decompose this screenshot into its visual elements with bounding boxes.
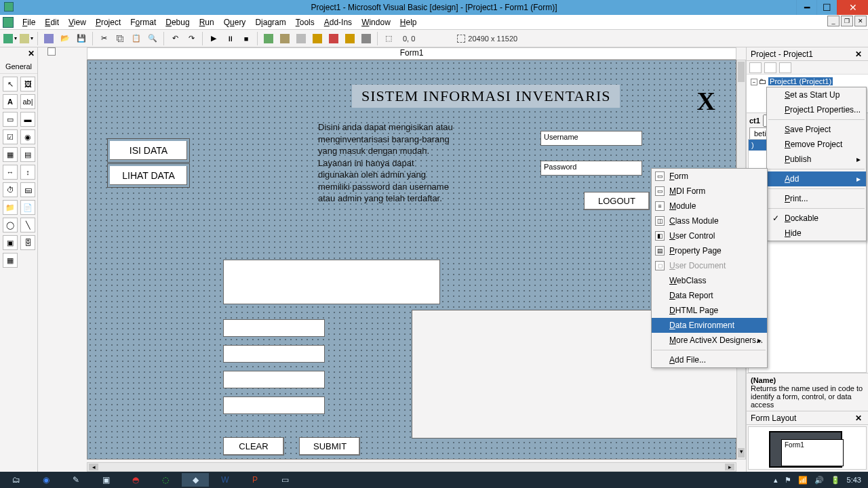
data-tool[interactable]: 🗄: [20, 235, 35, 250]
menu-item[interactable]: Data Environment: [652, 318, 767, 333]
menu-item[interactable]: Add File...: [652, 352, 767, 367]
tray-up-icon[interactable]: ▴: [774, 476, 778, 485]
tray-battery-icon[interactable]: 🔋: [831, 476, 840, 485]
clear-button[interactable]: CLEAR: [223, 437, 284, 455]
add-form-button[interactable]: [19, 31, 34, 46]
textbox-large[interactable]: [223, 260, 440, 304]
object-browser-button[interactable]: [310, 31, 325, 46]
form-layout-header[interactable]: Form Layout ✕: [747, 411, 868, 425]
line-tool[interactable]: ╲: [20, 218, 35, 232]
redo-button[interactable]: ↷: [184, 31, 199, 46]
title-label[interactable]: SISTEM INFORMASI INVENTARIS: [352, 85, 620, 108]
menu-help[interactable]: Help: [395, 16, 422, 29]
taskbar-app2-icon[interactable]: ▣: [92, 473, 119, 487]
close-x-label[interactable]: X: [697, 86, 715, 116]
textbox-2[interactable]: [223, 345, 325, 363]
menu-edit[interactable]: Edit: [40, 16, 64, 29]
pointer-tool[interactable]: ↖: [3, 77, 18, 92]
undo-button[interactable]: ↶: [167, 31, 182, 46]
menu-query[interactable]: Query: [219, 16, 251, 29]
project-explorer-button[interactable]: [261, 31, 276, 46]
menu-format[interactable]: Format: [125, 16, 161, 29]
label-tool[interactable]: A: [3, 94, 18, 109]
menu-file[interactable]: File: [18, 16, 40, 29]
toggle-folders-button[interactable]: [779, 62, 791, 73]
menu-diagram[interactable]: Diagram: [250, 16, 290, 29]
menu-addins[interactable]: Add-Ins: [319, 16, 357, 29]
textbox-tool[interactable]: ab|: [20, 94, 35, 109]
tray-clock[interactable]: 5:43: [847, 476, 861, 484]
taskbar-vb-icon[interactable]: ◆: [182, 473, 209, 487]
form-layout-button[interactable]: [294, 31, 309, 46]
combobox-tool[interactable]: ▦: [3, 147, 18, 162]
taskbar-explorer-icon[interactable]: 🗂: [3, 473, 30, 487]
lihat-data-button[interactable]: LIHAT DATA: [108, 164, 189, 187]
username-textbox[interactable]: Username: [540, 131, 642, 146]
menu-item[interactable]: ▭MDI Form: [652, 184, 767, 199]
menu-item[interactable]: Print...: [767, 191, 866, 206]
mdi-minimize-button[interactable]: _: [827, 16, 840, 26]
form-selector-handle[interactable]: [47, 47, 56, 56]
add-submenu[interactable]: ▭Form▭MDI Form≡Module◫Class Module◧User …: [651, 168, 768, 368]
textbox-4[interactable]: [223, 396, 325, 414]
menu-item[interactable]: Project1 Properties...: [767, 102, 866, 117]
listbox-tool[interactable]: ▤: [20, 147, 35, 162]
form-layout-close-button[interactable]: ✕: [853, 413, 864, 423]
picturebox-tool[interactable]: 🖼: [20, 77, 35, 92]
taskbar-word-icon[interactable]: W: [212, 473, 239, 487]
filelistbox-tool[interactable]: 📄: [20, 200, 35, 215]
menu-item[interactable]: Publish: [767, 152, 866, 167]
dirlistbox-tool[interactable]: 📁: [3, 200, 18, 215]
vcm-button[interactable]: [359, 31, 374, 46]
form-designer[interactable]: Form1 SISTEM INFORMASI INVENTARIS X ISI …: [38, 47, 746, 472]
textbox-1[interactable]: [223, 319, 325, 337]
menu-item[interactable]: Data Report: [652, 288, 767, 303]
break-button[interactable]: ⏸: [222, 31, 237, 46]
project-context-menu[interactable]: Set as Start UpProject1 Properties...Sav…: [766, 87, 867, 241]
taskbar-app3-icon[interactable]: ◓: [122, 473, 149, 487]
menubar[interactable]: File Edit View Project Format Debug Run …: [0, 15, 868, 30]
view-object-button[interactable]: [764, 62, 776, 73]
menu-item[interactable]: ▤Property Page: [652, 243, 767, 258]
taskbar-window-icon[interactable]: ▭: [271, 473, 298, 487]
frame-tool[interactable]: ▭: [3, 112, 18, 127]
taskbar-chrome-icon[interactable]: ◉: [33, 473, 60, 487]
find-button[interactable]: 🔍: [145, 31, 160, 46]
cut-button[interactable]: ✂: [96, 31, 111, 46]
end-button[interactable]: ■: [239, 31, 254, 46]
data-view-button[interactable]: [342, 31, 357, 46]
menu-debug[interactable]: Debug: [161, 16, 194, 29]
form-hscrollbar[interactable]: ◂▸: [87, 462, 736, 472]
window-close-button[interactable]: ✕: [837, 0, 868, 15]
menu-view[interactable]: View: [64, 16, 91, 29]
menu-project[interactable]: Project: [91, 16, 125, 29]
drivelistbox-tool[interactable]: 🖴: [20, 182, 35, 197]
project-panel-close-button[interactable]: ✕: [853, 49, 864, 59]
commandbutton-tool[interactable]: ▬: [20, 112, 35, 127]
menu-window[interactable]: Window: [357, 16, 395, 29]
logout-button[interactable]: LOGOUT: [584, 192, 650, 210]
properties-window-button[interactable]: [277, 31, 292, 46]
menu-item[interactable]: Add: [767, 171, 866, 186]
hscrollbar-tool[interactable]: ↔: [3, 165, 18, 180]
checkbox-tool[interactable]: ☑: [3, 129, 18, 144]
menu-item[interactable]: ≡Module: [652, 199, 767, 214]
add-project-button[interactable]: [3, 31, 18, 46]
menu-item[interactable]: ▭Form: [652, 169, 767, 184]
menu-item[interactable]: WebClass: [652, 273, 767, 288]
menu-item[interactable]: More ActiveX Designers...: [652, 333, 767, 348]
password-textbox[interactable]: Password: [540, 161, 642, 176]
open-button[interactable]: 📂: [58, 31, 73, 46]
tray-volume-icon[interactable]: 🔊: [814, 476, 824, 485]
timer-tool[interactable]: ⏱: [3, 182, 18, 197]
menu-item[interactable]: ◧User Control: [652, 228, 767, 243]
textbox-3[interactable]: [223, 371, 325, 388]
window-minimize-button[interactable]: ━: [796, 0, 816, 15]
menu-item[interactable]: DHTML Page: [652, 303, 767, 318]
tray-flag-icon[interactable]: ⚑: [785, 476, 791, 485]
menu-editor-button[interactable]: [41, 31, 56, 46]
menu-item[interactable]: Hide: [767, 226, 866, 241]
windows-taskbar[interactable]: 🗂 ◉ ✎ ▣ ◓ ◌ ◆ W P ▭ ▴ ⚑ 📶 🔊 🔋 5:43: [0, 472, 868, 488]
form-layout-viewer[interactable]: Form1: [748, 426, 867, 470]
menu-item[interactable]: Remove Project: [767, 137, 866, 152]
